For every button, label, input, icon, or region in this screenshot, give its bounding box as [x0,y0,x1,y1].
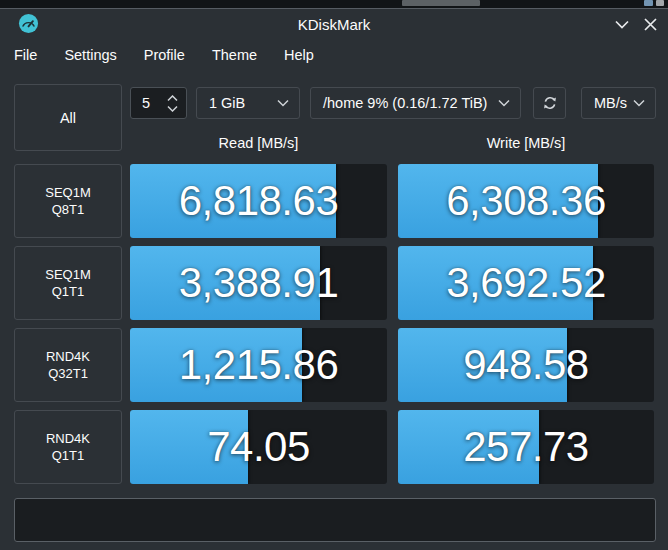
menu-file[interactable]: File [14,47,37,63]
write-value: 3,692.52 [398,246,654,320]
background-icon-artifact [644,0,653,6]
write-value: 948.58 [398,328,654,402]
write-result-bar: 6,308.36 [398,164,654,238]
read-result-bar: 3,388.91 [130,246,387,320]
screen: KDiskMark File Settings Profile Theme He… [0,0,668,550]
background-app-strip [0,0,668,8]
menu-help[interactable]: Help [284,47,314,63]
loop-count-value: 5 [131,95,167,111]
chevron-down-icon [498,99,510,107]
test-row: RND4K Q1T1 74.05 257.73 [14,410,654,484]
test-label-line1: RND4K [46,348,90,365]
kdiskmark-window: KDiskMark File Settings Profile Theme He… [0,8,668,550]
test-row: SEQ1M Q8T1 6,818.63 6,308.36 [14,164,654,238]
test-size-combobox[interactable]: 1 GiB [196,87,300,119]
test-label-line1: SEQ1M [45,266,91,283]
read-value: 74.05 [130,410,387,484]
close-button[interactable] [638,12,662,36]
chevron-down-icon [277,99,289,107]
unit-value: MB/s [594,95,627,111]
menubar: File Settings Profile Theme Help [14,41,341,69]
target-drive-combobox[interactable]: /home 9% (0.16/1.72 TiB) [310,87,521,119]
minimize-button[interactable] [610,12,634,36]
write-result-bar: 948.58 [398,328,654,402]
test-run-button[interactable]: SEQ1M Q8T1 [14,164,122,238]
test-run-button[interactable]: RND4K Q32T1 [14,328,122,402]
menu-theme[interactable]: Theme [212,47,257,63]
test-label-line2: Q1T1 [52,447,85,464]
run-all-button[interactable]: All [14,84,122,151]
test-label-line1: SEQ1M [45,184,91,201]
menu-settings[interactable]: Settings [64,47,116,63]
write-result-bar: 257.73 [398,410,654,484]
chevron-down-icon [167,105,178,112]
test-row: SEQ1M Q1T1 3,388.91 3,692.52 [14,246,654,320]
spinbox-arrows[interactable] [167,95,178,112]
titlebar[interactable]: KDiskMark [0,9,668,39]
read-value: 1,215.86 [130,328,387,402]
refresh-drives-button[interactable] [533,87,566,119]
menu-profile[interactable]: Profile [144,47,185,63]
chevron-up-icon [167,95,178,102]
status-field[interactable] [14,498,656,542]
test-run-button[interactable]: SEQ1M Q1T1 [14,246,122,320]
target-drive-value: /home 9% (0.16/1.72 TiB) [323,95,487,111]
unit-combobox[interactable]: MB/s [581,87,656,119]
refresh-icon [542,95,558,111]
test-label-line2: Q1T1 [52,283,85,300]
test-label-line2: Q8T1 [52,201,85,218]
write-result-bar: 3,692.52 [398,246,654,320]
window-title: KDiskMark [0,9,668,39]
background-icon-artifact [656,0,664,6]
write-value: 6,308.36 [398,164,654,238]
read-result-bar: 74.05 [130,410,387,484]
test-size-value: 1 GiB [209,95,245,111]
test-label-line2: Q32T1 [48,365,88,382]
read-result-bar: 1,215.86 [130,328,387,402]
test-row: RND4K Q32T1 1,215.86 948.58 [14,328,654,402]
write-column-header: Write [MB/s] [398,133,654,153]
background-text-artifact [402,0,480,6]
read-value: 6,818.63 [130,164,387,238]
loop-count-spinbox[interactable]: 5 [130,87,187,119]
results-grid: SEQ1M Q8T1 6,818.63 6,308.36 SEQ1M Q1T1 … [14,164,654,492]
test-label-line1: RND4K [46,430,90,447]
test-run-button[interactable]: RND4K Q1T1 [14,410,122,484]
read-value: 3,388.91 [130,246,387,320]
read-result-bar: 6,818.63 [130,164,387,238]
write-value: 257.73 [398,410,654,484]
read-column-header: Read [MB/s] [130,133,387,153]
chevron-down-icon [633,99,645,107]
